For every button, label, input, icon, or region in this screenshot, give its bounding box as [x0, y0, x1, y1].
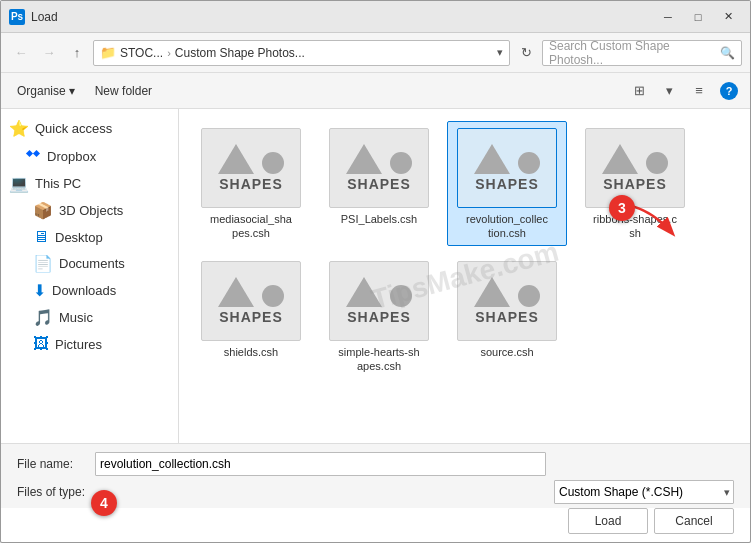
svg-rect-1	[33, 150, 40, 157]
shapes-icon: SHAPES	[474, 277, 540, 325]
file-name: shields.csh	[224, 345, 278, 359]
back-button[interactable]: ←	[9, 41, 33, 65]
load-dialog: Ps Load ─ □ ✕ ← → ↑ 📁 STOC... › Custom S…	[0, 0, 751, 543]
filename-label: File name:	[17, 457, 87, 471]
search-bar[interactable]: Search Custom Shape Photosh... 🔍	[542, 40, 742, 66]
sidebar-item-label: This PC	[35, 176, 81, 191]
minimize-button[interactable]: ─	[654, 6, 682, 28]
sidebar-item-pictures[interactable]: 🖼 Pictures	[1, 331, 178, 357]
file-item[interactable]: SHAPES source.csh	[447, 254, 567, 379]
file-item[interactable]: SHAPES shields.csh	[191, 254, 311, 379]
up-button[interactable]: ↑	[65, 41, 89, 65]
annotation-4: 4	[91, 490, 117, 516]
file-area: TipsMake.com 3	[179, 109, 750, 443]
annotation-3: 3	[609, 195, 635, 221]
file-item[interactable]: SHAPES mediasocial_shapes.csh	[191, 121, 311, 246]
ps-icon: Ps	[9, 9, 25, 25]
file-thumbnail: SHAPES	[457, 128, 557, 208]
titlebar: Ps Load ─ □ ✕	[1, 1, 750, 33]
sidebar-item-label: Desktop	[55, 230, 103, 245]
view-controls: ⊞ ▾ ≡ ?	[626, 78, 742, 104]
file-item[interactable]: SHAPES PSI_Labels.csh	[319, 121, 439, 246]
filetype-select[interactable]: Custom Shape (*.CSH)	[554, 480, 734, 504]
help-icon: ?	[720, 82, 738, 100]
quick-access-icon: ⭐	[9, 119, 29, 138]
filetype-label: Files of type:	[17, 485, 87, 499]
sidebar-item-documents[interactable]: 📄 Documents	[1, 250, 178, 277]
file-name: source.csh	[480, 345, 533, 359]
sidebar-item-quick-access[interactable]: ⭐ Quick access	[1, 115, 178, 142]
step3-bubble: 3	[609, 195, 635, 221]
view-dropdown-icon: ▾	[666, 83, 673, 98]
filetype-row: Files of type: Custom Shape (*.CSH)	[17, 480, 734, 504]
maximize-button[interactable]: □	[684, 6, 712, 28]
sidebar-item-label: Pictures	[55, 337, 102, 352]
file-item-selected[interactable]: SHAPES revolution_collection.csh	[447, 121, 567, 246]
address-stoc: STOC...	[120, 46, 163, 60]
file-thumbnail: SHAPES	[457, 261, 557, 341]
file-thumbnail: SHAPES	[329, 261, 429, 341]
sidebar-item-label: Music	[59, 310, 93, 325]
grid-view-icon: ⊞	[634, 83, 645, 98]
sidebar-item-label: Documents	[59, 256, 125, 271]
shapes-icon: SHAPES	[602, 144, 668, 192]
file-thumbnail: SHAPES	[329, 128, 429, 208]
refresh-button[interactable]: ↻	[514, 41, 538, 65]
address-separator: ›	[167, 47, 171, 59]
window-controls: ─ □ ✕	[654, 6, 742, 28]
files-grid: SHAPES mediasocial_shapes.csh	[187, 117, 742, 382]
sidebar-item-label: Dropbox	[47, 149, 96, 164]
search-placeholder: Search Custom Shape Photosh...	[549, 39, 716, 67]
dropbox-icon	[25, 146, 41, 166]
file-thumbnail: SHAPES	[201, 128, 301, 208]
help-button[interactable]: ?	[716, 78, 742, 104]
details-view-button[interactable]: ≡	[686, 78, 712, 104]
sidebar-item-dropbox[interactable]: Dropbox	[1, 142, 178, 170]
file-name: revolution_collection.csh	[466, 212, 548, 241]
close-button[interactable]: ✕	[714, 6, 742, 28]
action-buttons: 4 Load Cancel	[1, 508, 750, 542]
organise-button[interactable]: Organise ▾	[9, 78, 83, 104]
grid-view-button[interactable]: ⊞	[626, 78, 652, 104]
cancel-button[interactable]: Cancel	[654, 508, 734, 534]
load-button[interactable]: Load	[568, 508, 648, 534]
address-dropdown-icon: ▾	[497, 46, 503, 59]
address-current: Custom Shape Photos...	[175, 46, 305, 60]
address-toolbar: ← → ↑ 📁 STOC... › Custom Shape Photos...…	[1, 33, 750, 73]
details-view-icon: ≡	[695, 83, 703, 98]
file-thumbnail: SHAPES	[585, 128, 685, 208]
filename-input[interactable]	[95, 452, 546, 476]
shapes-icon: SHAPES	[346, 277, 412, 325]
sidebar-item-label: Quick access	[35, 121, 112, 136]
3d-objects-icon: 📦	[33, 201, 53, 220]
file-thumbnail: SHAPES	[201, 261, 301, 341]
forward-button[interactable]: →	[37, 41, 61, 65]
sidebar-item-downloads[interactable]: ⬇ Downloads	[1, 277, 178, 304]
sidebar-item-label: 3D Objects	[59, 203, 123, 218]
file-name: PSI_Labels.csh	[341, 212, 417, 226]
address-bar[interactable]: 📁 STOC... › Custom Shape Photos... ▾	[93, 40, 510, 66]
downloads-icon: ⬇	[33, 281, 46, 300]
sidebar-item-3d-objects[interactable]: 📦 3D Objects	[1, 197, 178, 224]
search-icon: 🔍	[720, 46, 735, 60]
sidebar-item-label: Downloads	[52, 283, 116, 298]
folder-icon: 📁	[100, 45, 116, 60]
desktop-icon: 🖥	[33, 228, 49, 246]
documents-icon: 📄	[33, 254, 53, 273]
new-folder-button[interactable]: New folder	[87, 78, 160, 104]
file-item[interactable]: SHAPES simple-hearts-shapes.csh	[319, 254, 439, 379]
view-dropdown-button[interactable]: ▾	[656, 78, 682, 104]
shapes-icon: SHAPES	[474, 144, 540, 192]
file-name: mediasocial_shapes.csh	[210, 212, 292, 241]
music-icon: 🎵	[33, 308, 53, 327]
dialog-title: Load	[31, 10, 654, 24]
file-name: simple-hearts-shapes.csh	[338, 345, 419, 374]
sidebar-item-music[interactable]: 🎵 Music	[1, 304, 178, 331]
organise-label: Organise	[17, 84, 66, 98]
sidebar-item-desktop[interactable]: 🖥 Desktop	[1, 224, 178, 250]
filetype-select-wrapper: Custom Shape (*.CSH)	[554, 480, 734, 504]
organise-arrow-icon: ▾	[69, 84, 75, 98]
sidebar-item-this-pc[interactable]: 💻 This PC	[1, 170, 178, 197]
sidebar: ⭐ Quick access Dropbox 💻 This PC 📦 3D Ob…	[1, 109, 179, 443]
pictures-icon: 🖼	[33, 335, 49, 353]
